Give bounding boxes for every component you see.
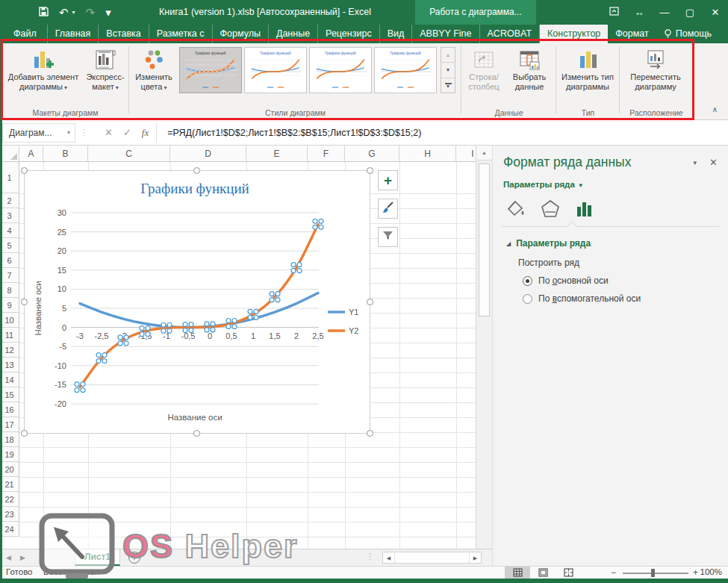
horizontal-scrollbar[interactable]: ◀ ▶	[382, 552, 482, 564]
undo-icon[interactable]: ↶	[59, 7, 69, 18]
pane-subtitle[interactable]: Параметры ряда▼	[503, 180, 584, 189]
tab-bar-grip[interactable]: ⋮	[366, 552, 374, 561]
row-header-9[interactable]: 9	[0, 298, 19, 313]
tab-12-помощь[interactable]: Помощь	[656, 25, 719, 43]
radio-primary-axis[interactable]: По основной оси	[523, 275, 641, 286]
tab-0-файл[interactable]: Файл	[3, 25, 48, 43]
change-chart-type-button[interactable]: Изменить тип диаграммы	[556, 47, 619, 92]
row-header-20[interactable]: 20	[0, 462, 19, 477]
chart-resize-handle[interactable]	[367, 299, 373, 305]
row-header-7[interactable]: 7	[0, 268, 19, 283]
formula-input[interactable]: =РЯД(Лист1!$D$2;Лист1!$B$2:$B$15;Лист1!$…	[157, 128, 421, 138]
radio-button-icon[interactable]	[523, 294, 532, 304]
chart-style-4[interactable]: Графики функций	[374, 47, 437, 93]
series-options-section[interactable]: ◢ Параметры ряда	[506, 238, 591, 249]
select-all-corner[interactable]	[0, 146, 19, 162]
select-data-button[interactable]: Выбрать данные	[506, 47, 553, 92]
vertical-scrollbar-thumb[interactable]	[479, 163, 490, 317]
row-header-3[interactable]: 3	[0, 208, 19, 223]
series-options-icon[interactable]	[573, 198, 596, 219]
row-header-8[interactable]: 8	[0, 283, 19, 298]
gallery-more-icon[interactable]: ▼	[441, 78, 455, 93]
ribbon-display-options-icon[interactable]	[601, 0, 626, 25]
horizontal-scrollbar-thumb[interactable]	[394, 552, 470, 563]
resize-icon[interactable]: ↔	[626, 0, 652, 25]
minimize-icon[interactable]: —	[652, 0, 677, 25]
cancel-icon[interactable]: ✕	[105, 127, 113, 138]
sheet-nav-arrows[interactable]: ◀ ▶	[6, 549, 25, 566]
new-sheet-button[interactable]: +	[128, 552, 140, 564]
pane-dropdown-icon[interactable]: ▾	[693, 159, 697, 166]
sheet-nav-left-icon[interactable]: ◀	[6, 554, 11, 561]
name-box-dropdown-icon[interactable]: ▾	[67, 129, 75, 136]
row-header-14[interactable]: 14	[0, 372, 19, 387]
tab-2-вставка[interactable]: Вставка	[99, 25, 149, 43]
maximize-icon[interactable]: ▢	[677, 0, 703, 25]
row-header-17[interactable]: 17	[0, 417, 19, 432]
view-page-break-button[interactable]	[556, 567, 581, 579]
enter-icon[interactable]: ✓	[123, 127, 131, 138]
tab-3-разметка-с[interactable]: Разметка с	[149, 25, 213, 43]
chart-resize-handle[interactable]	[193, 430, 200, 437]
radio-button-icon[interactable]	[523, 276, 532, 286]
tab-5-данные[interactable]: Данные	[269, 25, 318, 43]
chart-object[interactable]: 302520151050-5-10-15-20-3-2,5-2-1,5-1-0,…	[24, 170, 370, 434]
row-header-16[interactable]: 16	[0, 402, 19, 417]
chart-resize-handle[interactable]	[367, 167, 373, 174]
column-header-A[interactable]: A	[19, 146, 43, 162]
chart-style-2[interactable]: Графики функций	[244, 47, 307, 93]
chart-resize-handle[interactable]	[193, 167, 200, 174]
tab-11-формат[interactable]: Формат	[608, 25, 656, 43]
add-chart-element-button[interactable]: Добавить элемент диаграммы▾	[4, 47, 82, 93]
view-page-layout-button[interactable]	[530, 567, 556, 579]
tab-10-конструктор[interactable]: Конструктор	[540, 25, 608, 43]
row-header-11[interactable]: 11	[0, 328, 19, 343]
row-header-23[interactable]: 23	[0, 507, 19, 522]
column-header-D[interactable]: D	[170, 146, 246, 162]
row-header-5[interactable]: 5	[0, 238, 19, 253]
row-header-2[interactable]: 2	[0, 193, 19, 208]
customize-qat-icon[interactable]: ▾	[105, 7, 111, 18]
chart-resize-handle[interactable]	[21, 299, 28, 305]
scroll-up-icon[interactable]: ▲	[476, 146, 492, 160]
column-header-C[interactable]: C	[88, 146, 170, 162]
column-header-G[interactable]: G	[345, 146, 399, 162]
row-header-15[interactable]: 15	[0, 387, 19, 402]
zoom-slider-thumb[interactable]	[651, 569, 655, 577]
column-header-H[interactable]: H	[399, 146, 456, 162]
chart-resize-handle[interactable]	[21, 430, 28, 437]
row-header-1[interactable]: 1	[0, 162, 19, 193]
radio-secondary-axis[interactable]: По вспомогательной оси	[523, 293, 641, 304]
column-header-F[interactable]: F	[308, 146, 345, 162]
quick-layout-button[interactable]: Экспресс-макет▾	[84, 47, 127, 93]
zoom-in-icon[interactable]: +	[693, 567, 698, 578]
tab-6-рецензирс[interactable]: Рецензирс	[318, 25, 380, 43]
chart-style-3[interactable]: Графики функций	[309, 47, 372, 93]
view-normal-button[interactable]	[505, 567, 530, 579]
pane-close-icon[interactable]: ✕	[709, 157, 718, 168]
scroll-right-icon[interactable]: ▶	[470, 552, 481, 563]
move-chart-button[interactable]: Переместить диаграмму	[624, 47, 687, 92]
row-header-19[interactable]: 19	[0, 447, 19, 462]
chart-elements-button[interactable]: +	[378, 170, 398, 190]
tab-9-acrobat[interactable]: ACROBAT	[480, 25, 541, 43]
fill-line-icon[interactable]	[505, 198, 527, 219]
tab-1-главная[interactable]: Главная	[48, 25, 99, 43]
scroll-left-icon[interactable]: ◀	[383, 552, 394, 563]
row-header-24[interactable]: 24	[0, 522, 19, 537]
insert-function-icon[interactable]: fx	[142, 127, 149, 139]
tab-7-вид[interactable]: Вид	[380, 25, 413, 43]
chart-style-1[interactable]: Графики функций	[179, 47, 242, 93]
chart-resize-handle[interactable]	[21, 167, 28, 174]
zoom-out-icon[interactable]: −	[611, 567, 616, 578]
close-icon[interactable]: ✕	[703, 0, 728, 25]
change-colors-button[interactable]: Изменить цвета▾	[131, 47, 177, 93]
row-header-13[interactable]: 13	[0, 358, 19, 372]
row-header-22[interactable]: 22	[0, 492, 19, 507]
worksheet-grid[interactable]: ABCDEFGHI 123456789101112131415161718192…	[0, 146, 476, 549]
row-header-21[interactable]: 21	[0, 477, 19, 492]
tab-4-формулы[interactable]: Формулы	[213, 25, 269, 43]
undo-dropdown-icon[interactable]: ▾	[72, 9, 75, 16]
save-icon[interactable]	[39, 7, 49, 18]
chart-filters-button[interactable]	[378, 227, 398, 247]
